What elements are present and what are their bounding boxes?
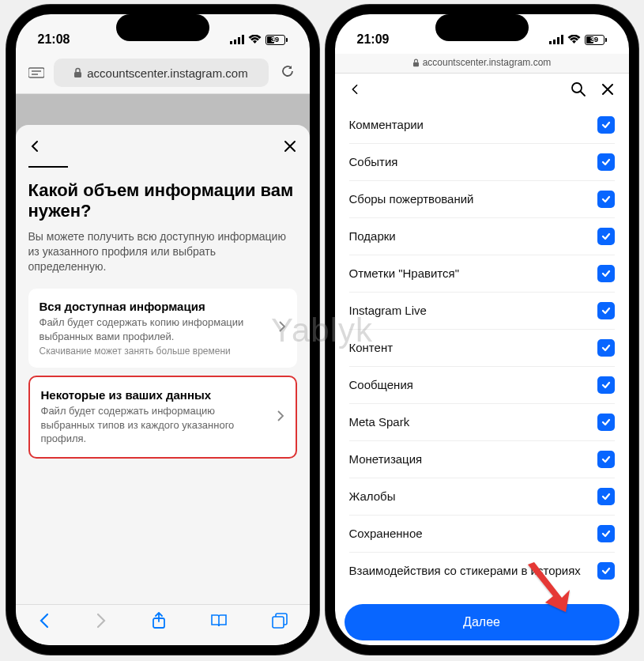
category-row[interactable]: События	[349, 144, 615, 181]
signal-icon	[230, 35, 244, 44]
category-row[interactable]: Meta Spark	[349, 404, 615, 441]
svg-point-15	[572, 83, 582, 93]
checkbox-checked[interactable]	[597, 228, 615, 245]
wifi-icon	[567, 35, 581, 44]
option-desc: Файл будет содержать информацию выбранны…	[41, 404, 269, 446]
svg-rect-4	[28, 68, 44, 77]
lock-icon	[73, 67, 82, 78]
option-all-info[interactable]: Вся доступная информация Файл будет соде…	[28, 289, 297, 368]
reload-icon[interactable]	[277, 60, 299, 85]
category-label: Контент	[349, 340, 597, 356]
option-title: Вся доступная информация	[40, 300, 270, 313]
svg-rect-13	[561, 35, 563, 44]
checkbox-checked[interactable]	[597, 265, 615, 282]
svg-rect-12	[557, 37, 559, 44]
url-text: accountscenter.instagram.com	[423, 57, 552, 68]
modal-sheet: Какой объем информации вам нужен? Вы мож…	[16, 125, 310, 604]
checkbox-checked[interactable]	[597, 302, 615, 319]
svg-rect-1	[234, 40, 236, 44]
nav-back-icon[interactable]	[33, 608, 55, 636]
screen-right: 21:09 39 accountscenter.instagram.com	[335, 14, 629, 645]
modal-backdrop: Какой объем информации вам нужен? Вы мож…	[16, 94, 310, 604]
browser-address-bar-compact[interactable]: accountscenter.instagram.com	[335, 54, 629, 74]
checkbox-checked[interactable]	[597, 376, 615, 394]
category-row[interactable]: Сохраненное	[349, 516, 615, 553]
checkbox-checked[interactable]	[597, 562, 615, 580]
close-icon[interactable]	[283, 139, 297, 157]
checkbox-checked[interactable]	[597, 488, 615, 505]
option-desc: Файл будет содержать копию информации вы…	[40, 315, 270, 343]
url-pill[interactable]: accountscenter.instagram.com	[54, 59, 269, 87]
checkbox-checked[interactable]	[597, 525, 615, 542]
battery-indicator: 39	[266, 35, 288, 45]
nav-forward-icon[interactable]	[90, 608, 112, 636]
close-icon[interactable]	[601, 82, 615, 100]
option-some-data[interactable]: Некоторые из ваших данных Файл будет сод…	[28, 376, 297, 459]
category-row[interactable]: Жалобы	[349, 478, 615, 516]
safari-toolbar	[16, 604, 310, 645]
status-time: 21:08	[38, 32, 70, 47]
search-icon[interactable]	[571, 81, 586, 100]
checkbox-checked[interactable]	[597, 451, 615, 468]
svg-rect-7	[74, 72, 81, 77]
progress-indicator	[28, 166, 68, 168]
svg-rect-0	[230, 41, 232, 44]
svg-rect-11	[553, 40, 555, 44]
bookmarks-icon[interactable]	[205, 609, 232, 636]
category-row[interactable]: Монетизация	[349, 441, 615, 478]
option-note: Скачивание может занять больше времени	[40, 346, 270, 357]
category-list: КомментарииСобытияСборы пожертвованийПод…	[335, 107, 629, 589]
dynamic-island	[435, 14, 529, 41]
checkbox-checked[interactable]	[597, 339, 615, 357]
battery-indicator: 39	[585, 35, 607, 45]
wifi-icon	[248, 35, 262, 44]
back-icon[interactable]	[349, 84, 360, 98]
phone-left: 21:08 39 accountscenter.instagram.com	[6, 5, 319, 655]
checkbox-checked[interactable]	[597, 153, 615, 171]
category-row[interactable]: Сообщения	[349, 367, 615, 404]
category-row[interactable]: Сборы пожертвований	[349, 181, 615, 218]
back-icon[interactable]	[28, 140, 41, 156]
category-row[interactable]: Контент	[349, 330, 615, 367]
checkbox-checked[interactable]	[597, 116, 615, 134]
category-label: Взаимодействия со стикерами в историях	[349, 563, 597, 579]
category-label: Жалобы	[349, 489, 597, 504]
content-area: Какой объем информации вам нужен? Вы мож…	[16, 94, 310, 604]
chevron-right-icon	[278, 320, 286, 336]
content-area: КомментарииСобытияСборы пожертвованийПод…	[335, 107, 629, 645]
option-title: Некоторые из ваших данных	[41, 388, 269, 402]
share-icon[interactable]	[147, 607, 171, 637]
svg-rect-3	[242, 35, 244, 44]
modal-title: Какой объем информации вам нужен?	[28, 180, 297, 222]
screen-left: 21:08 39 accountscenter.instagram.com	[16, 14, 310, 645]
svg-rect-14	[413, 62, 419, 66]
category-label: Сообщения	[349, 377, 597, 393]
svg-rect-9	[273, 617, 284, 628]
svg-line-16	[581, 92, 585, 96]
category-label: Комментарии	[349, 117, 597, 133]
reader-aa-icon[interactable]	[27, 63, 46, 82]
category-row[interactable]: Взаимодействия со стикерами в историях	[349, 553, 615, 589]
category-label: Instagram Live	[349, 303, 597, 319]
category-row[interactable]: Комментарии	[349, 107, 615, 144]
category-label: Монетизация	[349, 451, 597, 467]
category-label: Meta Spark	[349, 414, 597, 430]
chevron-right-icon	[277, 410, 284, 425]
lock-icon	[412, 59, 420, 67]
category-label: События	[349, 154, 597, 170]
modal-subtitle: Вы можете получить всю доступную информа…	[28, 229, 297, 274]
category-label: Отметки "Нравится"	[349, 266, 597, 281]
checkbox-checked[interactable]	[597, 191, 615, 208]
category-label: Подарки	[349, 229, 597, 244]
browser-address-bar: accountscenter.instagram.com	[16, 54, 310, 94]
tabs-icon[interactable]	[267, 608, 292, 636]
url-text: accountscenter.instagram.com	[87, 66, 247, 80]
dynamic-island	[116, 14, 209, 41]
checkbox-checked[interactable]	[597, 414, 615, 431]
category-row[interactable]: Подарки	[349, 218, 615, 255]
category-row[interactable]: Отметки "Нравится"	[349, 255, 615, 293]
next-button[interactable]: Далее	[345, 604, 620, 640]
category-row[interactable]: Instagram Live	[349, 293, 615, 330]
category-label: Сборы пожертвований	[349, 191, 597, 207]
signal-icon	[549, 35, 563, 44]
